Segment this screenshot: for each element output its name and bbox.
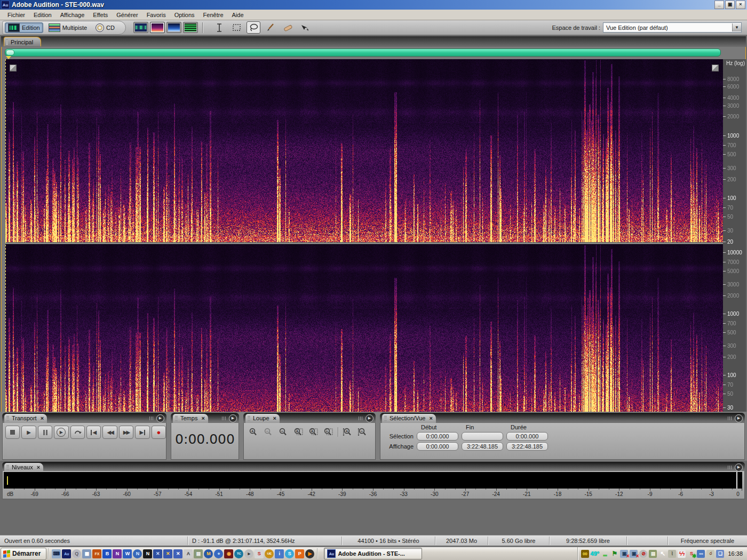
qlicon-x-yellow-app-icon[interactable]: ✕ bbox=[163, 549, 172, 558]
fast-forward-button[interactable]: ▶▶ bbox=[119, 426, 133, 439]
transport-panel-tab[interactable]: Transport× bbox=[4, 414, 47, 423]
close-icon[interactable]: × bbox=[273, 415, 276, 421]
qlicon-blue-orb-app-icon[interactable]: ● bbox=[214, 549, 223, 558]
panel-menu-icon[interactable]: ▶ bbox=[365, 414, 374, 422]
trayicon-updates-icon[interactable]: ▤ bbox=[649, 550, 657, 558]
zoom-selection-left-button[interactable]: + bbox=[307, 427, 320, 437]
trayicon-folder-sync-icon[interactable]: ❏ bbox=[716, 550, 724, 558]
dropdown-arrow-icon[interactable]: ▼ bbox=[732, 23, 741, 31]
field-affichage-debut[interactable]: 0:00.000 bbox=[417, 442, 458, 451]
menu-aide[interactable]: Aide bbox=[228, 11, 248, 19]
qlicon-messenger-icon[interactable]: i bbox=[275, 549, 284, 558]
qlicon-calculator-icon[interactable]: ▦ bbox=[82, 549, 91, 558]
mode-button-cd[interactable]: CD bbox=[92, 22, 118, 33]
qlicon-word-icon[interactable]: W bbox=[123, 549, 132, 558]
record-button[interactable]: ● bbox=[152, 426, 166, 439]
qlicon-x-wand-app-icon[interactable]: ✕ bbox=[153, 549, 162, 558]
trayicon-power-strip-icon[interactable]: ϟϟ bbox=[678, 550, 686, 558]
restore-button[interactable]: ▣ bbox=[725, 1, 735, 9]
time-panel-tab[interactable]: Temps× bbox=[173, 414, 208, 423]
qlicon-tc-app-icon[interactable]: TC bbox=[234, 549, 243, 558]
task-button-audition[interactable]: Au Adobe Audition - STE-... bbox=[324, 548, 422, 559]
play-button[interactable]: ▶ bbox=[21, 426, 36, 439]
trayicon-mouse-tool-icon[interactable]: ⌇ bbox=[668, 550, 676, 558]
qlicon-font-a-app-icon[interactable]: A bbox=[184, 549, 193, 558]
qlicon-tools-app-icon[interactable]: ▤ bbox=[194, 549, 203, 558]
zoom-to-selection-button[interactable]: + bbox=[292, 427, 305, 437]
zoom-out-vertical-button[interactable]: − bbox=[356, 427, 369, 437]
zoom-out-full-button[interactable]: − bbox=[277, 427, 290, 437]
menu-fichier[interactable]: Fichier bbox=[3, 11, 29, 19]
qlicon-media-player-icon[interactable]: ▶ bbox=[305, 549, 314, 558]
menu-edition[interactable]: Edition bbox=[29, 11, 56, 19]
mode-button-multipiste[interactable]: Multipiste bbox=[45, 22, 90, 33]
qlicon-mozilla-icon[interactable]: M bbox=[204, 549, 213, 558]
spectral-display[interactable] bbox=[5, 59, 723, 429]
qlicon-pointer-app-icon[interactable]: ▸ bbox=[244, 549, 253, 558]
selection-view-panel-tab[interactable]: Sélection/Vue× bbox=[382, 414, 436, 423]
go-to-start-button[interactable]: ◀ bbox=[86, 426, 101, 439]
trayicon-cd-blocked-icon[interactable]: ⊘ bbox=[639, 550, 647, 558]
trayicon-console-monitor-icon[interactable]: oo bbox=[697, 550, 705, 558]
title-bar[interactable]: Au Adobe Audition - STE-000.wav _ ▣ × bbox=[0, 0, 747, 10]
field-affichage-duree[interactable]: 3:22:48.185 bbox=[506, 442, 548, 451]
spectral-pan-view-button[interactable] bbox=[166, 22, 181, 33]
qlicon-keyboard-icon[interactable]: ⌨ bbox=[52, 549, 61, 558]
zoom-in-vertical-button[interactable]: + bbox=[341, 427, 354, 437]
spectral-frequency-view-button[interactable] bbox=[150, 22, 165, 33]
trayicon-cursor-tool-icon[interactable]: ↖ bbox=[658, 550, 666, 558]
qlicon-quicktime-icon[interactable]: Q bbox=[72, 549, 81, 558]
spectrogram-canvas[interactable] bbox=[5, 59, 723, 429]
trayicon-network-flag-icon[interactable]: ⚑ bbox=[610, 550, 618, 558]
frequency-axis[interactable]: Hz (log)Hz (log)800060004000300020001000… bbox=[723, 59, 746, 429]
trayicon-volume-muted-icon[interactable]: ▣× bbox=[620, 550, 628, 558]
menu-fenetre[interactable]: Fenêtre bbox=[199, 11, 228, 19]
play-spool-button[interactable]: ▶ bbox=[54, 426, 68, 439]
menu-generer[interactable]: Générer bbox=[112, 11, 142, 19]
loop-play-button[interactable] bbox=[70, 426, 85, 439]
lasso-selection-tool-button[interactable] bbox=[247, 21, 260, 34]
qlicon-netscape-icon[interactable]: N bbox=[133, 549, 142, 558]
zoom-out-horizontal-button[interactable]: − bbox=[262, 427, 275, 437]
qlicon-audition-icon[interactable]: Au bbox=[62, 549, 71, 558]
trayicon-money-monitor-icon[interactable]: S✱ bbox=[687, 550, 695, 558]
qlicon-winamp-icon[interactable]: ◉ bbox=[224, 549, 233, 558]
qlicon-skype-icon[interactable]: S bbox=[285, 549, 294, 558]
qlicon-fx-app-icon[interactable]: FX bbox=[92, 549, 101, 558]
horizontal-zoom-scrollbar[interactable] bbox=[5, 49, 721, 57]
zoom-in-horizontal-button[interactable]: + bbox=[247, 427, 260, 437]
field-selection-debut[interactable]: 0:00.000 bbox=[417, 432, 458, 441]
workspace-dropdown[interactable]: Vue Edition (par défaut) ▼ bbox=[603, 22, 742, 33]
tab-principal[interactable]: Principal bbox=[4, 37, 41, 46]
qlicon-pdfcreator-icon[interactable]: P bbox=[295, 549, 304, 558]
menu-favoris[interactable]: Favoris bbox=[142, 11, 170, 19]
close-icon[interactable]: × bbox=[429, 415, 432, 421]
waveform-view-button[interactable] bbox=[133, 22, 148, 33]
qlicon-ultraedit-icon[interactable]: UE bbox=[265, 549, 274, 558]
spectral-corner-handle-right[interactable] bbox=[712, 65, 719, 71]
qlicon-x-doc-app-icon[interactable]: ✕ bbox=[173, 549, 182, 558]
start-button[interactable]: Démarrer bbox=[1, 548, 46, 560]
close-icon[interactable]: × bbox=[201, 415, 204, 421]
field-selection-fin[interactable] bbox=[462, 432, 503, 441]
qlicon-blue-b-app-icon[interactable]: B bbox=[102, 549, 112, 558]
trayicon-device-error-icon[interactable]: ▣× bbox=[630, 550, 638, 558]
zoom-panel-tab[interactable]: Loupe× bbox=[245, 414, 280, 423]
pause-button[interactable] bbox=[38, 426, 52, 439]
tray-power-meter-icon[interactable]: 00 bbox=[581, 550, 589, 558]
close-button[interactable]: × bbox=[736, 1, 745, 9]
go-to-end-button[interactable]: ▶ bbox=[135, 426, 149, 439]
menu-effets[interactable]: Effets bbox=[89, 11, 112, 19]
qlicon-onenote-icon[interactable]: N bbox=[113, 549, 122, 558]
zoom-selection-right-button[interactable]: − bbox=[322, 427, 335, 437]
trayicon-status-dash-icon[interactable]: ▂ bbox=[601, 550, 609, 558]
scrub-tool-button[interactable] bbox=[298, 21, 312, 34]
spectral-phase-view-button[interactable] bbox=[183, 22, 198, 33]
panel-menu-icon[interactable]: ▶ bbox=[156, 414, 164, 422]
level-meter[interactable] bbox=[4, 472, 742, 489]
close-icon[interactable]: × bbox=[41, 415, 44, 421]
trayicon-mouse-settings-icon[interactable]: ර bbox=[706, 550, 714, 558]
field-selection-duree[interactable]: 0:00.000 bbox=[506, 432, 548, 441]
spectral-corner-handle-left[interactable] bbox=[10, 65, 17, 71]
effects-paintbrush-tool-button[interactable] bbox=[264, 21, 277, 34]
